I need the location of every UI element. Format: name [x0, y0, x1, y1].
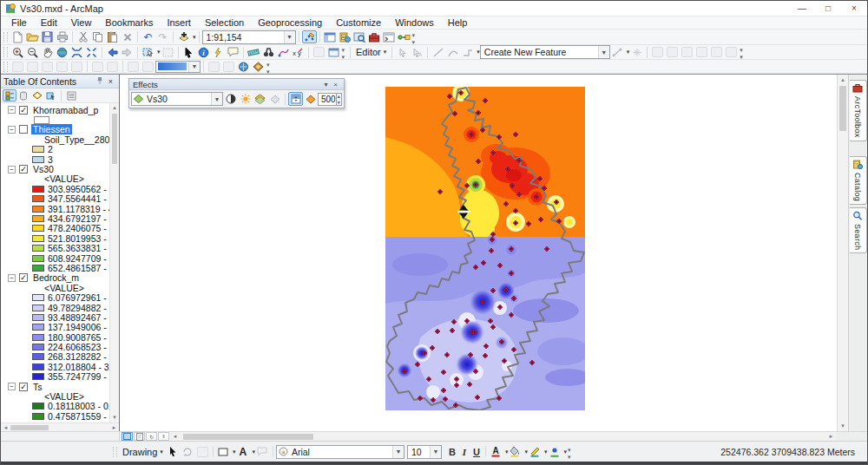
search-window-icon[interactable] — [352, 30, 367, 43]
print-icon[interactable] — [55, 30, 69, 43]
cut-polygons-icon[interactable] — [652, 47, 663, 57]
toolbar-grip[interactable] — [3, 47, 8, 57]
edit-annotation-tool-icon[interactable]: A — [410, 46, 424, 59]
measure-ruler-icon[interactable] — [247, 46, 261, 59]
refresh-view-button[interactable]: ↻ — [146, 432, 157, 441]
expander-icon[interactable]: − — [8, 166, 16, 174]
marker-color-dropdown-arrow[interactable]: ▾ — [563, 449, 567, 455]
clear-selection-icon[interactable] — [161, 46, 175, 59]
layer-name[interactable]: Vs30 — [31, 164, 56, 174]
legend-swatch[interactable] — [32, 353, 44, 360]
dock-tab-catalog[interactable]: Catalog — [850, 156, 867, 205]
bold-button[interactable]: B — [446, 447, 458, 457]
legend-swatch[interactable] — [32, 235, 44, 242]
identify-icon[interactable]: i — [196, 46, 211, 59]
map-horizontal-scrollbar[interactable]: ► — [181, 432, 836, 441]
list-by-selection-icon[interactable] — [44, 89, 58, 102]
editor-sketch-icon[interactable] — [302, 30, 317, 43]
menu-windows[interactable]: Windows — [388, 16, 441, 29]
menu-view[interactable]: View — [64, 16, 99, 29]
dock-tab-search[interactable]: Search — [850, 207, 867, 253]
combo-dropdown-arrow[interactable]: ▼ — [430, 446, 441, 458]
toc-horizontal-scrollbar[interactable]: ◄ ► — [1, 422, 119, 431]
menu-customize[interactable]: Customize — [329, 16, 388, 29]
redo-icon[interactable]: ↷ — [155, 30, 170, 43]
menu-geoprocessing[interactable]: Geoprocessing — [251, 16, 329, 29]
rotate-tool-icon[interactable] — [681, 47, 693, 57]
go-back-extent-icon[interactable] — [105, 46, 120, 59]
fill-color-button[interactable] — [508, 445, 523, 458]
flicker-rate-value[interactable]: 500 — [318, 93, 337, 106]
expander-icon[interactable]: − — [8, 106, 16, 114]
copy-icon[interactable] — [90, 30, 105, 43]
legend-swatch[interactable] — [32, 314, 44, 321]
toc-options-icon[interactable] — [64, 89, 78, 102]
feature-template-combo[interactable]: Create New Feature ▼ — [480, 45, 610, 59]
endpoint-arc-tool-icon[interactable] — [445, 46, 460, 59]
straight-segment-tool-icon[interactable] — [431, 46, 445, 59]
toc-layer-row[interactable]: −Thiessen — [1, 125, 119, 134]
html-popup-icon[interactable] — [226, 46, 240, 59]
fixed-zoom-out-icon[interactable] — [84, 46, 99, 59]
go-forward-extent-icon[interactable] — [120, 46, 135, 59]
viewer-window-icon[interactable] — [313, 47, 325, 57]
effects-menu-arrow-icon[interactable]: ▾ — [321, 81, 331, 88]
toolbar-overflow-arrow[interactable]: ▾▾ — [412, 32, 416, 46]
reshape-feature-icon[interactable] — [629, 46, 644, 59]
list-by-source-icon[interactable] — [16, 89, 30, 102]
legend-swatch[interactable] — [32, 186, 44, 193]
contrast-icon[interactable] — [223, 92, 238, 106]
effects-close-icon[interactable]: × — [331, 81, 340, 88]
layer-name[interactable]: Khorramabad_p — [31, 105, 100, 115]
legend-swatch[interactable] — [32, 413, 44, 420]
expander-icon[interactable]: − — [8, 383, 16, 390]
list-by-visibility-icon[interactable] — [30, 89, 44, 102]
list-by-drawing-order-icon[interactable] — [3, 89, 16, 102]
toc-layer-row[interactable]: −✓Khorramabad_p — [1, 105, 119, 115]
legend-swatch[interactable] — [32, 324, 44, 331]
legend-swatch[interactable] — [32, 245, 44, 252]
text-tool-icon[interactable]: A — [235, 445, 250, 458]
legend-swatch[interactable] — [32, 403, 44, 409]
close-button[interactable]: × — [841, 1, 867, 16]
toolbar-grip[interactable] — [3, 62, 8, 72]
scroll-right-arrow[interactable]: ► — [826, 432, 836, 441]
pin-icon[interactable] — [94, 76, 105, 86]
undo-icon[interactable]: ↶ — [141, 30, 155, 43]
hyperlink-lightning-icon[interactable] — [211, 46, 226, 59]
cut-icon[interactable] — [76, 30, 90, 43]
toc-vertical-scrollbar[interactable]: ▲ ▼ — [109, 103, 119, 422]
legend-swatch[interactable] — [32, 195, 44, 202]
add-data-icon[interactable] — [176, 30, 191, 43]
italic-button[interactable]: I — [458, 447, 470, 457]
delete-icon[interactable] — [120, 30, 135, 43]
minimize-button[interactable]: — — [789, 1, 815, 16]
select-elements-arrow-icon[interactable] — [166, 445, 181, 458]
legend-swatch[interactable] — [32, 305, 44, 311]
layer-name[interactable]: Thiessen — [31, 124, 72, 134]
effects-titlebar[interactable]: Effects ▾ × — [129, 79, 344, 90]
map-canvas[interactable]: Effects ▾ × Vs30 ▼ — [120, 75, 837, 431]
toolbar-grip[interactable] — [3, 32, 8, 43]
legend-swatch[interactable] — [32, 225, 44, 232]
find-binoculars-icon[interactable] — [261, 46, 276, 59]
font-family-combo[interactable]: a Arial ▼ — [276, 445, 404, 459]
map-raster[interactable] — [385, 87, 585, 410]
legend-swatch[interactable] — [32, 215, 44, 222]
add-data-dropdown-arrow[interactable]: ▾ — [193, 34, 196, 41]
menu-help[interactable]: Help — [441, 16, 475, 29]
menu-bookmarks[interactable]: Bookmarks — [98, 16, 160, 29]
data-view-button[interactable] — [122, 432, 133, 441]
transparency-icon[interactable] — [253, 92, 267, 106]
edit-tool-icon[interactable] — [395, 46, 410, 59]
layer-checkbox[interactable]: ✓ — [19, 165, 28, 174]
layer-checkbox[interactable]: ✓ — [19, 273, 28, 282]
maximize-button[interactable]: □ — [815, 1, 841, 16]
toc-layer-row[interactable]: −✓Ts — [1, 382, 119, 391]
flicker-rate-stepper[interactable]: ▲▼ — [337, 93, 342, 106]
legend-swatch[interactable] — [32, 265, 44, 272]
drawing-menu-button[interactable]: Drawing▾ — [120, 447, 166, 457]
legend-swatch[interactable] — [32, 373, 44, 380]
font-size-combo[interactable]: 10 ▼ — [407, 445, 442, 459]
save-icon[interactable] — [40, 30, 55, 43]
